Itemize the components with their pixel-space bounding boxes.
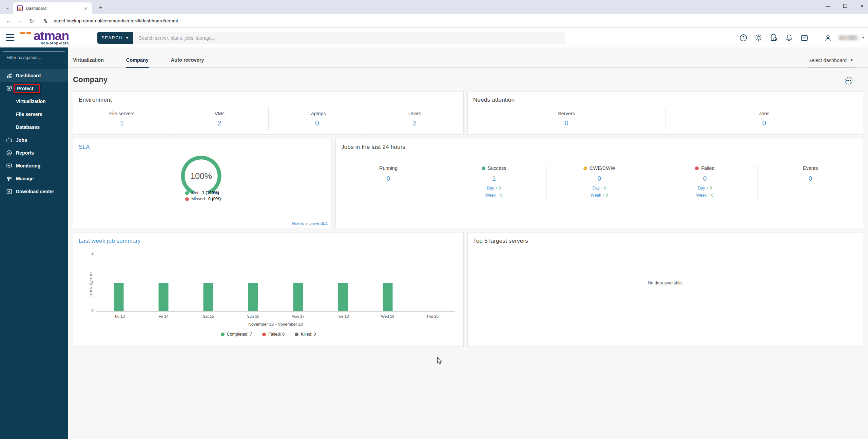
- jobs24-value-link[interactable]: 1: [492, 175, 496, 182]
- sidebar-item-dashboard[interactable]: Dashboard: [0, 69, 68, 82]
- sidebar-item-databases[interactable]: Databases: [0, 121, 68, 134]
- forward-button[interactable]: →: [14, 17, 26, 24]
- help-icon[interactable]: ?: [739, 33, 748, 42]
- missed-label: Missed:: [191, 197, 206, 201]
- environment-stats: File servers1VMs2Laptops0Users2: [73, 107, 463, 130]
- sla-title-link[interactable]: SLA: [79, 144, 90, 151]
- jobs24-col-label: Running: [379, 165, 398, 171]
- jobs24-day-link[interactable]: Day + 0: [592, 186, 606, 191]
- sidebar-item-virtualization[interactable]: Virtualization: [0, 95, 68, 108]
- needs-attention-title: Needs attention: [473, 97, 515, 103]
- period-label: Day: [592, 186, 601, 191]
- stat-value-link[interactable]: 0: [315, 119, 319, 127]
- stat-label: VMs: [215, 111, 225, 116]
- how-to-improve-sla-link[interactable]: How to improve SLA: [292, 221, 328, 225]
- period-delta: + 0: [602, 193, 608, 198]
- jobs24-col-label: Success: [488, 165, 506, 171]
- minimize-button[interactable]: —: [825, 3, 831, 9]
- sidebar-item-label: Protect: [14, 84, 40, 93]
- sidebar-item-file-servers[interactable]: File servers: [0, 108, 68, 121]
- browser-tab[interactable]: Dashboard ×: [13, 2, 92, 14]
- met-value: 1 (100%): [202, 191, 219, 195]
- audit-log-icon[interactable]: [769, 33, 778, 42]
- maximize-button[interactable]: [842, 3, 848, 9]
- jobs24-value-link[interactable]: 0: [387, 175, 390, 182]
- stat-value-link[interactable]: 2: [413, 119, 417, 127]
- user-menu-caret-icon[interactable]: ▾: [862, 36, 864, 39]
- tab-company[interactable]: Company: [126, 54, 149, 68]
- tab-virtualization[interactable]: Virtualization: [73, 54, 104, 68]
- hamburger-menu-icon[interactable]: [6, 34, 14, 41]
- stat-value-link[interactable]: 0: [564, 119, 568, 127]
- chart-bar-thu-13: [114, 283, 124, 312]
- status-dot-icon: [583, 166, 587, 170]
- calendar-icon[interactable]: [800, 33, 809, 42]
- jobs24-value-link[interactable]: 0: [809, 175, 812, 182]
- completed-dot-icon: [221, 333, 225, 336]
- browser-urlbar: ← → ↻ panel.backup.atman.pl/commandcente…: [0, 14, 868, 28]
- site-settings-icon[interactable]: [42, 18, 49, 24]
- x-tick-label: Tue 18: [321, 314, 365, 318]
- period-label: Week: [696, 193, 708, 198]
- sidebar-item-label: Download center: [16, 189, 54, 194]
- search-scope-button[interactable]: SEARCH▼: [97, 32, 133, 44]
- met-label: Met:: [191, 191, 199, 195]
- sidebar-item-download-center[interactable]: Download center: [0, 185, 68, 198]
- theme-sun-icon[interactable]: [754, 33, 763, 42]
- page-more-menu-button[interactable]: •••: [845, 77, 852, 84]
- jobs24-value-link[interactable]: 0: [703, 175, 707, 182]
- sidebar-item-label: File servers: [16, 112, 42, 117]
- needs-attention-stats: Servers0Jobs0: [468, 107, 863, 130]
- last-week-job-summary-card: Last week job summary Jobs Count Thu 13F…: [73, 233, 464, 347]
- jobs24-col-success: Success1Day + 0Week + 0: [441, 165, 546, 199]
- window-controls: — ×: [825, 0, 865, 12]
- period-label: Week: [591, 193, 602, 198]
- stat-label: Jobs: [759, 111, 770, 116]
- user-icon[interactable]: [824, 33, 832, 42]
- jobs24-week-link[interactable]: Week + 0: [485, 193, 503, 198]
- last-week-title-link[interactable]: Last week job summary: [79, 238, 141, 244]
- reload-button[interactable]: ↻: [26, 17, 37, 25]
- tab-auto-recovery[interactable]: Auto recovery: [171, 54, 204, 68]
- mouse-cursor: [437, 357, 444, 365]
- stat-laptops: Laptops0: [268, 107, 366, 130]
- stat-value-link[interactable]: 0: [762, 119, 766, 127]
- notifications-bell-icon[interactable]: [785, 33, 793, 42]
- tab-close-icon[interactable]: ×: [83, 5, 89, 12]
- jobs24-week-link[interactable]: Week + 0: [696, 193, 714, 198]
- jobs24-day-link[interactable]: Day + 0: [698, 186, 712, 191]
- sidebar-item-jobs[interactable]: Jobs: [0, 134, 68, 146]
- address-bar[interactable]: panel.backup.atman.pl/commandcenter/#/da…: [42, 18, 178, 24]
- username-redacted[interactable]: [839, 35, 859, 40]
- header-icons: ? ▾: [739, 28, 864, 47]
- jobs24-value-link[interactable]: 0: [598, 175, 601, 182]
- x-tick-label: Fri 14: [141, 314, 186, 318]
- x-tick-label: Thu 13: [96, 314, 141, 318]
- jobs24-week-link[interactable]: Week + 0: [591, 193, 608, 198]
- x-tick-label: Thu 20: [410, 314, 455, 318]
- sidebar-item-manage[interactable]: Manage: [0, 172, 68, 185]
- period-delta: + 0: [601, 186, 606, 191]
- filter-navigation-input[interactable]: [3, 52, 65, 63]
- dashboard-tabbar: Virtualization Company Auto recovery Sel…: [68, 54, 868, 68]
- url-text[interactable]: panel.backup.atman.pl/commandcenter/#/da…: [54, 18, 178, 23]
- back-button[interactable]: ←: [3, 17, 14, 24]
- stat-value-link[interactable]: 2: [218, 119, 221, 127]
- jobs24-day-link[interactable]: Day + 0: [487, 186, 501, 191]
- close-window-button[interactable]: ×: [859, 3, 865, 10]
- chart-bar-sat-15: [204, 283, 213, 312]
- gridline: [96, 283, 455, 283]
- logo-brand: atman: [20, 29, 69, 42]
- stat-jobs: Jobs0: [665, 107, 863, 130]
- sidebar-item-monitoring[interactable]: Monitoring: [0, 159, 68, 172]
- stat-value-link[interactable]: 1: [120, 119, 124, 127]
- stat-label: Servers: [558, 111, 575, 116]
- period-delta: + 0: [708, 193, 713, 198]
- bar-chart-plot: [96, 254, 455, 311]
- select-dashboard-dropdown[interactable]: Select dashboard▼: [807, 54, 855, 68]
- search-input[interactable]: [133, 32, 565, 44]
- sidebar-item-reports[interactable]: Reports: [0, 146, 68, 159]
- tab-search-button[interactable]: ⌄: [3, 3, 12, 12]
- sidebar-item-protect[interactable]: Protect: [0, 82, 68, 95]
- new-tab-button[interactable]: +: [96, 3, 105, 12]
